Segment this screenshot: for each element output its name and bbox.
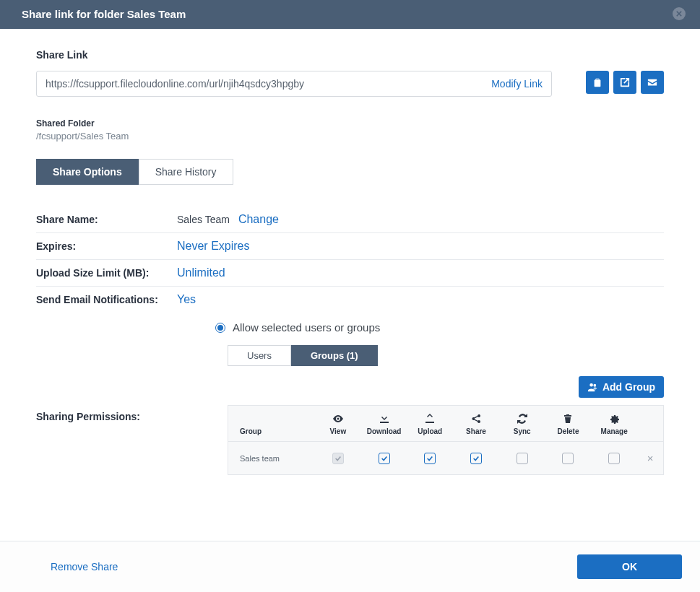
dialog-title: Share link for folder Sales Team (22, 8, 186, 20)
col-view: View (330, 427, 347, 435)
col-download: Download (367, 427, 402, 435)
tab-share-options[interactable]: Share Options (36, 159, 139, 185)
remove-row-button[interactable]: × (647, 452, 654, 464)
radio-dot (217, 325, 223, 331)
cbox-upload[interactable] (424, 453, 436, 464)
cbox-sync[interactable] (517, 453, 528, 464)
share-name-label: Share Name: (36, 214, 177, 225)
download-icon (379, 413, 390, 425)
clipboard-icon (592, 77, 602, 87)
add-group-label: Add Group (602, 381, 655, 393)
cbox-share[interactable] (470, 453, 482, 464)
subtab-users[interactable]: Users (228, 345, 291, 366)
remove-share-link[interactable]: Remove Share (18, 561, 118, 573)
col-upload: Upload (418, 427, 442, 435)
email-notif-label: Send Email Notifications: (36, 294, 177, 305)
sharing-permissions-label: Sharing Permissions: (36, 376, 228, 422)
upload-limit-label: Upload Size Limit (MB): (36, 267, 177, 279)
col-share: Share (466, 427, 486, 435)
delete-icon (562, 413, 574, 425)
cbox-manage[interactable] (608, 453, 620, 464)
expires-label: Expires: (36, 240, 177, 252)
copy-button[interactable] (586, 71, 609, 94)
col-manage: Manage (601, 427, 628, 435)
tab-share-history[interactable]: Share History (139, 159, 233, 185)
modify-link[interactable]: Modify Link (491, 78, 543, 90)
sync-icon (517, 413, 528, 425)
eye-icon (332, 413, 344, 425)
permissions-table: Group View Download Upload Share Sync De… (228, 405, 664, 475)
row-group-name: Sales team (228, 454, 315, 463)
allow-selected-label: Allow selected users or groups (233, 321, 380, 334)
cbox-view (332, 453, 344, 464)
share-icon (470, 413, 482, 425)
close-button[interactable] (673, 7, 686, 20)
col-sync: Sync (514, 427, 531, 435)
table-row: Sales team × (228, 442, 663, 474)
subtab-groups[interactable]: Groups (1) (291, 345, 378, 366)
manage-icon (608, 413, 620, 425)
email-button[interactable] (641, 71, 664, 94)
add-group-icon (587, 382, 598, 393)
external-link-icon (620, 77, 630, 87)
close-icon (676, 11, 682, 17)
share-link-label: Share Link (36, 49, 664, 61)
cbox-download[interactable] (379, 453, 390, 464)
ok-button[interactable]: OK (577, 554, 682, 579)
open-button[interactable] (613, 71, 636, 94)
expires-value[interactable]: Never Expires (177, 240, 249, 253)
add-group-button[interactable]: Add Group (579, 376, 664, 398)
upload-limit-value[interactable]: Unlimited (177, 266, 225, 279)
col-group: Group (240, 427, 262, 435)
shared-folder-path: /fcsupport/Sales Team (36, 131, 664, 142)
col-delete: Delete (557, 427, 579, 435)
share-name-value: Sales Team (177, 214, 230, 225)
change-name-link[interactable]: Change (238, 213, 279, 226)
upload-icon (424, 413, 436, 425)
share-link-box: https://fcsupport.filecloudonline.com/ur… (36, 71, 552, 97)
email-notif-value[interactable]: Yes (177, 293, 196, 306)
allow-selected-radio[interactable] (215, 323, 225, 333)
shared-folder-label: Shared Folder (36, 118, 664, 129)
envelope-icon (647, 77, 657, 87)
cbox-delete[interactable] (562, 453, 574, 464)
share-link-url: https://fcsupport.filecloudonline.com/ur… (46, 78, 304, 90)
